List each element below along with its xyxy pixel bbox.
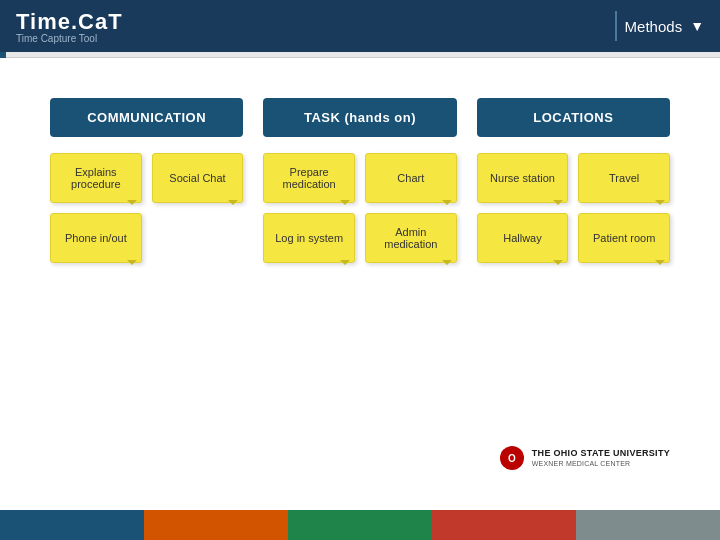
communication-items: Explains procedure Social Chat Phone in/… (50, 153, 243, 263)
category-locations: LOCATIONS Nurse station Travel Hallway P… (477, 98, 670, 263)
locations-items: Nurse station Travel Hallway Patient roo… (477, 153, 670, 263)
osu-line2: WEXNER MEDICAL CENTER (532, 459, 670, 468)
item-explains-procedure[interactable]: Explains procedure (50, 153, 142, 203)
header-right: Methods ▼ (615, 11, 704, 41)
header-divider (615, 11, 617, 41)
footer-blue (0, 510, 144, 540)
task-header: TASK (hands on) (263, 98, 456, 137)
logo-title: Time.CaT (16, 9, 123, 35)
item-hallway[interactable]: Hallway (477, 213, 569, 263)
item-patient-room[interactable]: Patient room (578, 213, 670, 263)
item-nurse-station[interactable]: Nurse station (477, 153, 569, 203)
osu-circle-icon: O (500, 446, 524, 470)
category-task: TASK (hands on) Prepare medication Chart… (263, 98, 456, 263)
locations-header: LOCATIONS (477, 98, 670, 137)
osu-logo: O THE OHIO STATE UNIVERSITY WEXNER MEDIC… (500, 446, 670, 470)
footer-red (432, 510, 576, 540)
header: Time.CaT Time Capture Tool Methods ▼ (0, 0, 720, 52)
item-chart[interactable]: Chart (365, 153, 457, 203)
task-items: Prepare medication Chart Log in system A… (263, 153, 456, 263)
logo-area: Time.CaT Time Capture Tool (16, 9, 123, 44)
methods-dropdown-arrow[interactable]: ▼ (690, 18, 704, 34)
footer-gray (576, 510, 720, 540)
footer (0, 510, 720, 540)
item-travel[interactable]: Travel (578, 153, 670, 203)
category-communication: COMMUNICATION Explains procedure Social … (50, 98, 243, 263)
osu-text: THE OHIO STATE UNIVERSITY WEXNER MEDICAL… (532, 448, 670, 469)
item-social-chat[interactable]: Social Chat (152, 153, 244, 203)
footer-orange (144, 510, 288, 540)
methods-label: Methods (625, 18, 683, 35)
item-phone-inout[interactable]: Phone in/out (50, 213, 142, 263)
logo-subtitle: Time Capture Tool (16, 33, 123, 44)
osu-line1: THE OHIO STATE UNIVERSITY (532, 448, 670, 460)
item-admin-medication[interactable]: Admin medication (365, 213, 457, 263)
item-prepare-medication[interactable]: Prepare medication (263, 153, 355, 203)
categories-container: COMMUNICATION Explains procedure Social … (50, 98, 670, 263)
main-content: COMMUNICATION Explains procedure Social … (0, 58, 720, 510)
communication-header: COMMUNICATION (50, 98, 243, 137)
footer-green (288, 510, 432, 540)
item-log-in-system[interactable]: Log in system (263, 213, 355, 263)
